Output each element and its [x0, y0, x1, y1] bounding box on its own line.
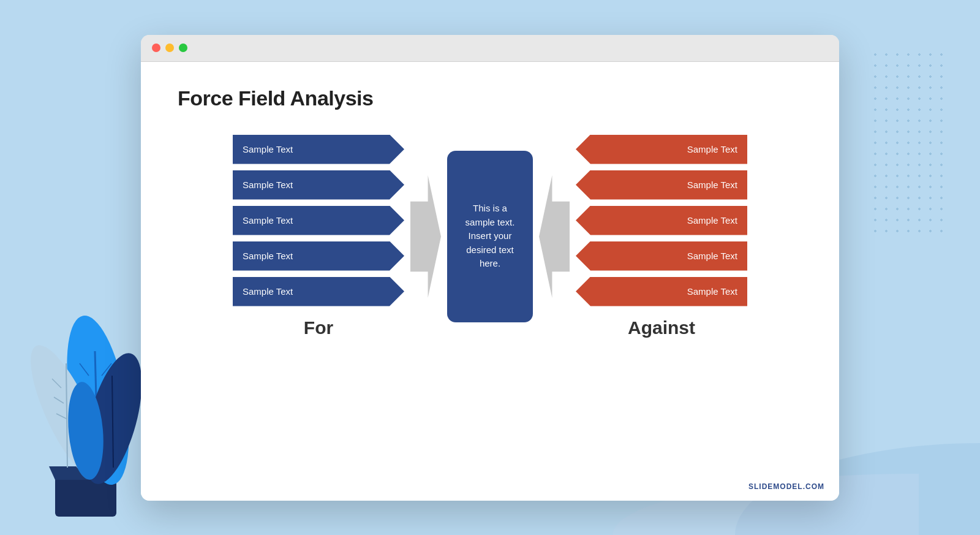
slide-content: Force Field Analysis Sample Text Sample …: [141, 62, 839, 501]
against-arrows-group: Sample Text Sample Text Sample Text Samp…: [576, 135, 747, 306]
browser-titlebar: [141, 35, 839, 62]
minimize-button[interactable]: [165, 44, 174, 52]
svg-marker-19: [539, 175, 570, 298]
big-right-arrow: [404, 175, 447, 298]
close-button[interactable]: [152, 44, 160, 52]
against-arrow-4[interactable]: Sample Text: [576, 241, 747, 271]
for-arrow-1[interactable]: Sample Text: [233, 135, 404, 164]
browser-window: Force Field Analysis Sample Text Sample …: [141, 35, 839, 501]
main-diagram-row: Sample Text Sample Text Sample Text Samp…: [233, 135, 747, 338]
against-arrow-3[interactable]: Sample Text: [576, 206, 747, 235]
left-arrows-section: Sample Text Sample Text Sample Text Samp…: [233, 135, 404, 338]
for-arrow-2[interactable]: Sample Text: [233, 170, 404, 200]
for-arrows-group: Sample Text Sample Text Sample Text Samp…: [233, 135, 404, 306]
against-arrow-5[interactable]: Sample Text: [576, 277, 747, 306]
force-field-diagram: Sample Text Sample Text Sample Text Samp…: [178, 135, 802, 338]
watermark: SLIDEMODEL.COM: [748, 482, 824, 491]
bg-dots-decoration: [870, 49, 943, 233]
against-label: Against: [628, 317, 695, 338]
for-arrow-3[interactable]: Sample Text: [233, 206, 404, 235]
for-arrow-5[interactable]: Sample Text: [233, 277, 404, 306]
center-decision-box[interactable]: This is a sample text. Insert your desir…: [447, 151, 533, 322]
for-label: For: [304, 317, 333, 338]
against-arrow-1[interactable]: Sample Text: [576, 135, 747, 164]
traffic-lights: [152, 44, 187, 52]
maximize-button[interactable]: [179, 44, 187, 52]
svg-marker-18: [410, 175, 441, 298]
big-left-arrow: [533, 175, 576, 298]
slide-title: Force Field Analysis: [178, 86, 802, 110]
for-arrow-4[interactable]: Sample Text: [233, 241, 404, 271]
against-arrow-2[interactable]: Sample Text: [576, 170, 747, 200]
right-arrows-section: Sample Text Sample Text Sample Text Samp…: [576, 135, 747, 338]
